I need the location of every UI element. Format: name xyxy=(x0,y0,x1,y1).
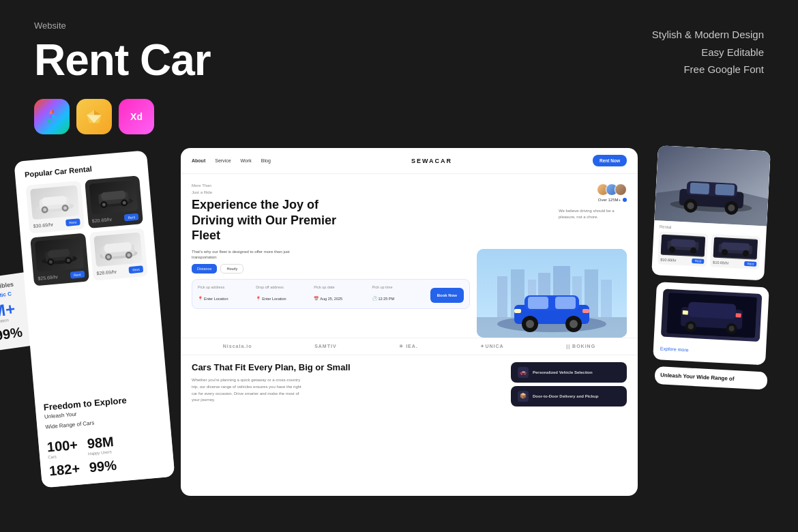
feature-card-2: 📦 Door-to-Door Delivery and Pickup xyxy=(511,386,627,407)
nav-about[interactable]: About xyxy=(192,158,205,163)
right-small-cards: $10.69/hr Rent xyxy=(657,231,760,269)
svg-rect-80 xyxy=(735,313,741,317)
car-rent-btn-1[interactable]: Rent xyxy=(65,218,80,226)
car-image-2 xyxy=(89,180,138,215)
nav-work[interactable]: Work xyxy=(241,158,252,163)
car-card-info-3: $25.69/hr Rent xyxy=(38,271,85,282)
date-value: Aug 25, 2025 xyxy=(320,297,342,301)
dropoff-label: Drop off address xyxy=(256,285,310,289)
site-bottom: Cars That Fit Every Plan, Big or Small W… xyxy=(181,355,638,413)
figma-icon[interactable] xyxy=(34,99,70,134)
small-car-1: $10.69/hr Rent xyxy=(657,231,708,267)
xd-icon[interactable]: Xd xyxy=(119,99,154,134)
bottom-left: Cars That Fit Every Plan, Big or Small W… xyxy=(192,362,500,407)
partners-section: Niscala.io SAMTIV ✳ IEA. ✦UNICA || BOKIN… xyxy=(181,338,638,355)
location-icon-1: 📍 xyxy=(198,297,203,301)
badge-dot xyxy=(623,198,627,202)
time-label: Pick up time xyxy=(372,285,426,289)
stat-users-num: 98M xyxy=(87,434,115,452)
content-area: vertibles Exotic C M+ Location 99% Popul… xyxy=(0,148,798,516)
tool-icons-row: Xd xyxy=(0,99,798,148)
car-grid: $30.69/hr Rent xyxy=(25,175,147,286)
stat-99: 99% xyxy=(89,458,117,475)
stat-182: 182+ xyxy=(48,461,80,479)
svg-point-50 xyxy=(570,320,578,328)
hero-right: Over 125M+ xyxy=(598,183,627,202)
svg-rect-58 xyxy=(715,184,735,196)
car-card-3: $25.69/hr Rent xyxy=(30,233,89,286)
svg-rect-46 xyxy=(555,297,576,309)
partner-niscala: Niscala.io xyxy=(223,344,252,349)
car-price-1: $30.69/hr xyxy=(33,222,53,228)
svg-rect-81 xyxy=(682,310,688,314)
center-panel: About Service Work Blog SEWACAR Rent Now… xyxy=(181,148,638,496)
explore-card: Explore more xyxy=(653,282,769,365)
hero-car-image xyxy=(477,249,627,338)
car-card-info-4: $28.69/hr Rent xyxy=(96,265,143,276)
feature-3: Free Google Font xyxy=(652,61,764,78)
car-image-1 xyxy=(30,185,79,220)
form-subtitle: That's why our fleet is designed to offe… xyxy=(192,249,301,261)
pickup-field: Pick up address 📍Enter Location xyxy=(198,285,252,303)
page-header: Website Rent Car Stylish & Modern Design… xyxy=(0,0,798,99)
partner-samtiv: SAMTIV xyxy=(314,344,336,349)
tab-distance[interactable]: Distance xyxy=(192,264,217,274)
features-list: Stylish & Modern Design Easy Editable Fr… xyxy=(652,26,764,78)
nav-links: About Service Work Blog xyxy=(192,158,271,163)
date-field: Pick up date 📅Aug 25, 2025 xyxy=(314,285,368,303)
clock-icon: 🕐 xyxy=(372,297,377,301)
date-label: Pick up date xyxy=(314,285,368,289)
tab-hourly[interactable]: Hourly xyxy=(220,264,243,274)
partner-boking: || BOKING xyxy=(566,344,595,349)
left-panel: Popular Car Rental $30.69/hr xyxy=(14,150,175,488)
section-desc: Whether you're planning a quick getaway … xyxy=(192,377,308,403)
feature-label-2: Door-to-Door Delivery and Pickup xyxy=(533,394,598,398)
svg-rect-33 xyxy=(497,276,507,317)
location-icon-2: 📍 xyxy=(256,297,261,301)
stat-cars-num: 100+ xyxy=(46,437,78,456)
small-car-price-2: $10.69/hr xyxy=(713,260,729,265)
book-now-button[interactable]: Book Now xyxy=(430,288,464,303)
sketch-icon[interactable] xyxy=(76,99,112,134)
right-panel: Rental $10.6 xyxy=(651,148,764,516)
booking-form: Pick up address 📍Enter Location Drop off… xyxy=(192,279,470,309)
vehicle-selection-icon: 🚗 xyxy=(518,367,529,378)
delivery-icon: 📦 xyxy=(518,391,529,402)
unleash-card: Unleash Your Wide Range of xyxy=(654,366,767,390)
partner-iea: ✳ IEA. xyxy=(399,344,418,349)
svg-point-48 xyxy=(526,320,534,328)
hero-description: We believe driving should be a pleasure,… xyxy=(559,208,627,220)
feature-card-1: 🚗 Personalized Vehicle Selection xyxy=(511,362,627,383)
svg-rect-75 xyxy=(688,301,736,319)
calendar-icon: 📅 xyxy=(314,297,319,301)
hero-car-section: That's why our fleet is designed to offe… xyxy=(192,249,627,338)
user-avatars xyxy=(598,183,627,196)
svg-rect-57 xyxy=(690,183,709,194)
svg-rect-40 xyxy=(601,280,612,317)
car-image-3 xyxy=(35,237,84,272)
car-rent-btn-3[interactable]: Rent xyxy=(70,271,85,279)
small-car-2: $10.69/hr Rent xyxy=(710,234,760,269)
car-card-4: $28.69/hr Rent xyxy=(89,228,147,281)
hero-subtitle-1: More Than xyxy=(192,183,627,188)
car-rent-btn-2[interactable]: Rent xyxy=(124,213,138,222)
right-panel-info: Rental $10.6 xyxy=(652,220,767,274)
time-field: Pick up time 🕐12:25 PM xyxy=(372,285,426,303)
dropoff-value: Enter Location xyxy=(262,297,286,301)
small-car-btn-1[interactable]: Rent xyxy=(692,258,705,264)
nav-brand: SEWACAR xyxy=(271,158,593,164)
stat-cars: 100+ Cars xyxy=(46,437,78,460)
nav-blog[interactable]: Blog xyxy=(261,158,271,163)
stat-99-num: 99% xyxy=(89,458,117,475)
nav-service[interactable]: Service xyxy=(215,158,231,163)
right-car-image xyxy=(654,145,771,226)
explore-more-link[interactable]: Explore more xyxy=(660,346,689,352)
small-car-btn-2[interactable]: Rent xyxy=(744,261,756,267)
users-badge: Over 125M+ xyxy=(598,198,627,202)
users-count-text: Over 125M+ xyxy=(598,198,621,202)
stat-users: 98M Happy Users xyxy=(87,434,115,456)
pickup-label: Pick up address xyxy=(198,285,252,289)
svg-rect-45 xyxy=(528,297,548,309)
car-rent-btn-4[interactable]: Rent xyxy=(129,265,143,274)
nav-cta-button[interactable]: Rent Now xyxy=(593,155,627,166)
